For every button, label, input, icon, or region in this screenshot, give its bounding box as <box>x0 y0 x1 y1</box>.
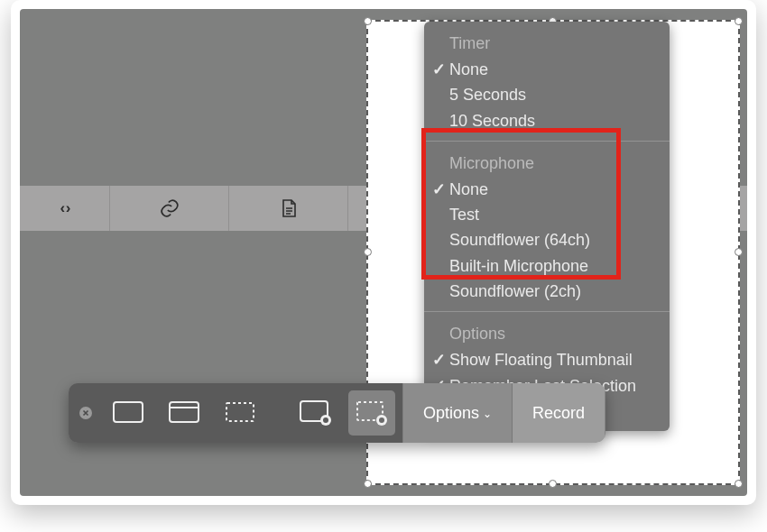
svg-point-7 <box>323 417 328 423</box>
menu-item-label: Soundflower (64ch) <box>449 231 590 249</box>
screen-icon <box>112 399 144 427</box>
menu-item-mic-test[interactable]: Test <box>424 202 670 227</box>
menu-section-timer: Timer None 5 Seconds 10 Seconds <box>424 22 670 142</box>
window-icon <box>168 399 200 427</box>
menu-item-label: Built-in Microphone <box>449 257 588 275</box>
capture-entire-screen-button[interactable] <box>105 390 152 436</box>
resize-handle-bm[interactable] <box>549 480 557 488</box>
svg-rect-4 <box>226 403 254 421</box>
resize-handle-tl[interactable] <box>364 17 372 25</box>
menu-section-microphone: Microphone None Test Soundflower (64ch) … <box>424 142 670 312</box>
nav-arrows[interactable]: ‹ › <box>20 186 110 231</box>
resize-handle-mr[interactable] <box>735 248 743 256</box>
resize-handle-ml[interactable] <box>364 248 372 256</box>
selection-icon <box>224 399 256 427</box>
capture-window-button[interactable] <box>161 390 208 436</box>
resize-handle-bl[interactable] <box>364 480 372 488</box>
menu-item-label: Soundflower (2ch) <box>449 282 581 300</box>
menu-item-timer-none[interactable]: None <box>424 57 670 82</box>
resize-handle-br[interactable] <box>735 480 743 488</box>
menu-item-mic-sf64[interactable]: Soundflower (64ch) <box>424 227 670 252</box>
options-menu: Timer None 5 Seconds 10 Seconds Micropho… <box>424 22 670 431</box>
screenshot-toolbar-modes <box>69 383 402 443</box>
document-icon <box>278 197 300 220</box>
close-icon <box>79 406 93 420</box>
record-selection-button[interactable] <box>348 390 395 436</box>
screenshot-toolbar: Options ⌄ Record <box>69 383 605 443</box>
link-icon <box>158 197 181 220</box>
close-button[interactable] <box>76 403 96 423</box>
menu-item-label: 5 Seconds <box>449 86 526 104</box>
options-button-label: Options <box>423 404 479 423</box>
svg-rect-2 <box>114 402 143 422</box>
capture-selection-button[interactable] <box>217 390 263 436</box>
menu-item-opt-thumbnail[interactable]: Show Floating Thumbnail <box>424 347 670 372</box>
menu-item-mic-builtin[interactable]: Built-in Microphone <box>424 253 670 279</box>
menu-header: Options <box>424 321 670 347</box>
chevron-left-right-icon: ‹ › <box>60 199 69 217</box>
menu-header: Timer <box>424 31 670 57</box>
link-button[interactable] <box>110 186 229 231</box>
menu-item-label: Test <box>449 206 479 224</box>
resize-handle-tr[interactable] <box>735 17 743 25</box>
svg-rect-3 <box>170 402 199 422</box>
record-button-label: Record <box>532 404 585 423</box>
chevron-down-icon: ⌄ <box>483 408 492 420</box>
menu-item-timer-10s[interactable]: 10 Seconds <box>424 108 670 133</box>
menu-item-mic-none[interactable]: None <box>424 177 670 202</box>
menu-item-label: None <box>449 180 488 198</box>
record-screen-icon <box>299 399 333 427</box>
menu-item-label: 10 Seconds <box>449 112 535 130</box>
menu-item-label: Show Floating Thumbnail <box>449 351 633 369</box>
document-button[interactable] <box>229 186 348 231</box>
menu-header: Microphone <box>424 151 670 177</box>
svg-point-10 <box>379 417 384 423</box>
options-button[interactable]: Options ⌄ <box>403 383 513 443</box>
menu-item-timer-5s[interactable]: 5 Seconds <box>424 82 670 107</box>
record-button[interactable]: Record <box>513 383 605 443</box>
screenshot-toolbar-actions: Options ⌄ Record <box>402 383 605 443</box>
record-entire-screen-button[interactable] <box>292 390 339 436</box>
menu-item-label: None <box>449 60 488 78</box>
app-window: ‹ › Timer None 5 Seconds 10 Seconds Mi <box>11 0 756 505</box>
record-selection-icon <box>355 399 389 427</box>
menu-item-mic-sf2[interactable]: Soundflower (2ch) <box>424 279 670 304</box>
